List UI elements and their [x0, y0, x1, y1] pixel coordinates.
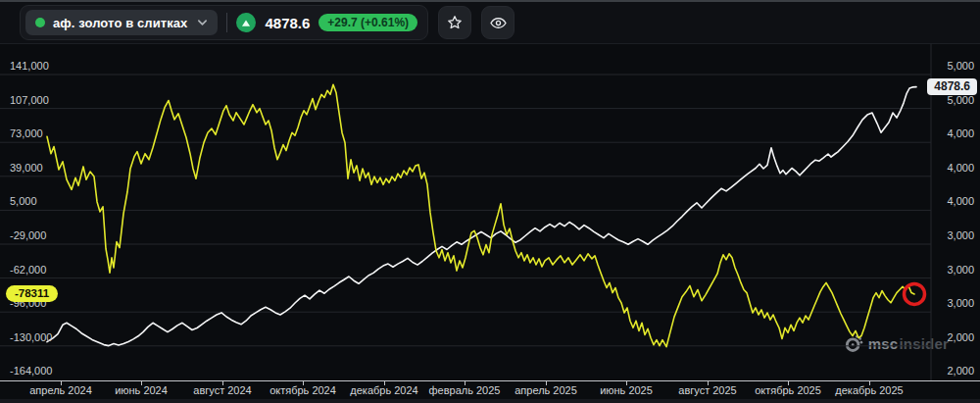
- right-axis-label: 3,000: [927, 264, 974, 277]
- right-axis-label: 2,000: [927, 331, 974, 344]
- star-icon: [446, 14, 464, 31]
- trend-up-icon: [236, 13, 256, 32]
- time-axis[interactable]: апрель 2024июнь 2024август 2024октябрь 2…: [0, 380, 980, 399]
- left-axis-label: 39,000: [10, 162, 43, 175]
- right-axis-label: 4,000: [927, 195, 974, 208]
- chart-area: msc insider 141,000107,00073,00039,0005,…: [0, 44, 980, 403]
- right-current-value-badge: 4878.6: [927, 78, 977, 95]
- left-current-value-badge: -78311: [6, 285, 58, 302]
- left-axis-label: -164,000: [10, 365, 52, 378]
- watch-button[interactable]: [481, 6, 514, 39]
- eye-icon: [489, 14, 508, 32]
- chevron-down-icon: [197, 19, 208, 26]
- left-axis-label: 5,000: [10, 195, 37, 208]
- right-axis-label: 4,000: [927, 127, 974, 140]
- left-axis-label: -62,000: [10, 264, 46, 277]
- right-axis-label: 3,000: [927, 229, 974, 242]
- change-badge: +29.7 (+0.61%): [318, 14, 417, 31]
- favorite-button[interactable]: [438, 6, 471, 39]
- divider: [226, 13, 227, 32]
- toolbar: аф. золото в слитках 4878.6 +29.7 (+0.61…: [0, 0, 980, 44]
- left-axis-label: 73,000: [10, 127, 43, 140]
- instrument-label: аф. золото в слитках: [53, 16, 187, 30]
- last-price: 4878.6: [265, 15, 310, 31]
- right-axis-label: 5,000: [927, 94, 974, 107]
- right-axis-label: 4,000: [927, 162, 974, 175]
- chart-plot-area[interactable]: [0, 44, 980, 380]
- left-axis-label: 141,000: [10, 60, 49, 73]
- right-axis-label: 5,000: [927, 60, 974, 73]
- bottom-scrollbar[interactable]: [0, 399, 980, 403]
- instrument-controls: аф. золото в слитках 4878.6 +29.7 (+0.61…: [20, 5, 428, 40]
- time-axis-label: декабрь 2025: [820, 384, 918, 396]
- instrument-selector[interactable]: аф. золото в слитках: [25, 10, 218, 35]
- left-axis-label: -29,000: [10, 229, 46, 242]
- white-line: [47, 87, 916, 346]
- trading-chart-window: аф. золото в слитках 4878.6 +29.7 (+0.61…: [0, 0, 980, 403]
- left-axis-label: 107,000: [10, 94, 49, 107]
- left-axis-label: -130,000: [10, 331, 52, 344]
- right-axis-label: 2,000: [927, 365, 974, 378]
- instrument-status-dot: [35, 18, 45, 27]
- yellow-line: [47, 84, 914, 347]
- right-axis-label: 3,000: [927, 297, 974, 310]
